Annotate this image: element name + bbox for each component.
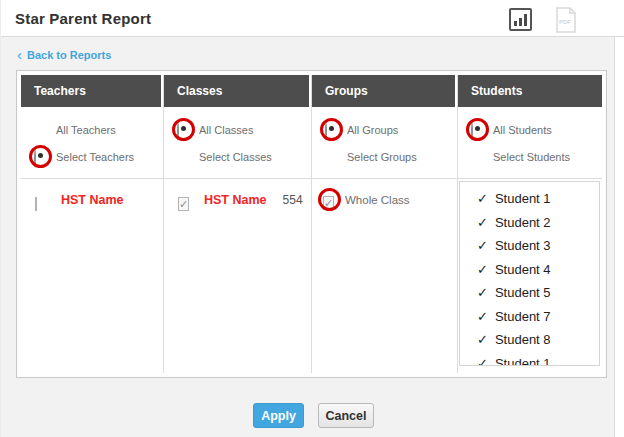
students-list[interactable]: ✓Student 1 ✓Student 2 ✓Student 3 ✓Studen… bbox=[459, 181, 600, 366]
teacher-name: HST Name bbox=[61, 193, 124, 207]
student-item[interactable]: ✓Student 4 bbox=[460, 258, 599, 282]
check-icon: ✓ bbox=[477, 238, 488, 253]
back-to-reports-link[interactable]: Back to Reports bbox=[17, 49, 111, 61]
student-item[interactable]: ✓Student 8 bbox=[460, 328, 599, 352]
radio-select-students[interactable]: Select Students bbox=[458, 143, 602, 170]
checkbox-unchecked[interactable] bbox=[35, 197, 37, 211]
column-header-groups: Groups bbox=[312, 75, 455, 107]
class-name: HST Name bbox=[204, 193, 267, 207]
check-icon: ✓ bbox=[477, 332, 488, 347]
column-classes: Classes All Classes Select Classes ✓ bbox=[164, 75, 312, 373]
titlebar: Star Parent Report PDF bbox=[1, 0, 624, 37]
column-groups: Groups All Groups Select Groups bbox=[312, 75, 458, 373]
chevron-left-icon bbox=[17, 49, 22, 60]
radio-all-students[interactable]: All Students bbox=[458, 116, 602, 143]
apply-button[interactable]: Apply bbox=[253, 403, 304, 428]
radio-select-groups[interactable]: Select Groups bbox=[312, 143, 457, 170]
column-students: Students All Students Select Students ✓S… bbox=[458, 75, 602, 373]
group-row[interactable]: ✓ Whole Class bbox=[312, 193, 457, 206]
radio-select-teachers[interactable]: Select Teachers bbox=[21, 143, 163, 170]
check-icon: ✓ bbox=[477, 285, 488, 300]
pdf-icon[interactable]: PDF bbox=[554, 7, 578, 33]
radio-icon-selected bbox=[34, 149, 36, 168]
radio-all-groups[interactable]: All Groups bbox=[312, 116, 457, 143]
teacher-row[interactable]: HST Name bbox=[21, 193, 163, 207]
class-count: 554 bbox=[283, 193, 303, 207]
student-item[interactable]: ✓Student 1 bbox=[460, 352, 599, 367]
check-icon: ✓ bbox=[477, 309, 488, 324]
radio-all-teachers[interactable]: All Teachers bbox=[21, 116, 163, 143]
checkbox-checked[interactable]: ✓ bbox=[323, 196, 334, 210]
group-name: Whole Class bbox=[345, 194, 410, 206]
check-icon: ✓ bbox=[477, 356, 488, 367]
column-header-students: Students bbox=[458, 75, 602, 107]
radio-icon-selected bbox=[325, 122, 327, 141]
radio-all-classes[interactable]: All Classes bbox=[164, 116, 311, 143]
svg-text:PDF: PDF bbox=[559, 19, 571, 25]
student-item[interactable]: ✓Student 3 bbox=[460, 234, 599, 258]
class-row[interactable]: ✓ HST Name 554 bbox=[164, 193, 311, 207]
back-link-label: Back to Reports bbox=[27, 49, 111, 61]
page-title: Star Parent Report bbox=[15, 0, 151, 37]
check-icon: ✓ bbox=[477, 215, 488, 230]
column-header-classes: Classes bbox=[164, 75, 309, 107]
student-item[interactable]: ✓Student 5 bbox=[460, 281, 599, 305]
student-item[interactable]: ✓Student 2 bbox=[460, 211, 599, 235]
radio-select-classes[interactable]: Select Classes bbox=[164, 143, 311, 170]
checkbox-checked[interactable]: ✓ bbox=[178, 197, 189, 211]
check-icon: ✓ bbox=[477, 262, 488, 277]
star-parent-report-screen: - Star Parent Report PDF Back to Reports… bbox=[0, 0, 624, 437]
radio-icon-selected bbox=[177, 122, 179, 141]
student-item[interactable]: ✓Student 1 bbox=[460, 187, 599, 211]
column-header-teachers: Teachers bbox=[21, 75, 161, 107]
report-selector-panel: Teachers All Teachers Select Teachers bbox=[16, 70, 607, 378]
screenshot-right-edge bbox=[614, 37, 624, 437]
bar-chart-icon[interactable] bbox=[509, 8, 532, 31]
radio-icon-selected bbox=[471, 122, 473, 141]
student-item[interactable]: ✓Student 7 bbox=[460, 305, 599, 329]
column-teachers: Teachers All Teachers Select Teachers bbox=[21, 75, 164, 373]
cancel-button[interactable]: Cancel bbox=[318, 403, 374, 428]
check-icon: ✓ bbox=[477, 191, 488, 206]
